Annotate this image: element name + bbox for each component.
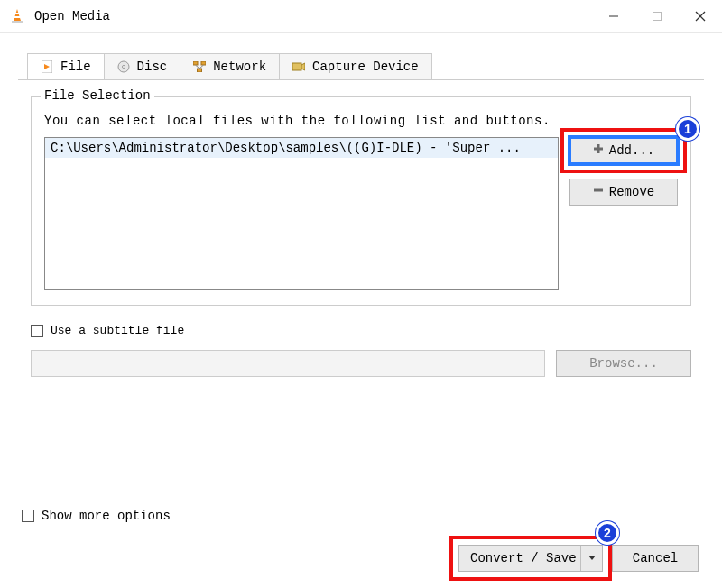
convert-save-label: Convert / Save	[470, 551, 577, 565]
file-icon	[41, 60, 53, 73]
file-selection-title: File Selection	[41, 88, 154, 103]
show-more-label: Show more options	[42, 509, 171, 523]
tab-file-label: File	[60, 60, 91, 74]
tab-capture[interactable]: Capture Device	[279, 53, 432, 80]
add-button[interactable]: Add...	[569, 137, 678, 164]
svg-point-11	[122, 66, 125, 69]
svg-rect-1	[12, 21, 23, 23]
subtitle-row: Use a subtitle file	[31, 324, 691, 337]
subtitle-label: Use a subtitle file	[51, 324, 184, 337]
tab-network-label: Network	[213, 60, 266, 74]
convert-save-button[interactable]: Convert / Save	[458, 545, 603, 572]
browse-button-label: Browse...	[589, 356, 658, 371]
network-icon	[193, 60, 206, 73]
svg-marker-22	[588, 556, 596, 560]
tabbar: File Disc Network Capture Device	[0, 33, 722, 80]
svg-rect-13	[201, 61, 206, 65]
show-more-checkbox[interactable]	[22, 510, 34, 522]
svg-rect-14	[198, 69, 202, 72]
svg-rect-17	[292, 63, 301, 70]
chevron-down-icon[interactable]	[580, 546, 602, 571]
annotation-badge-1: 1	[676, 117, 699, 141]
dialog-footer: Show more options Convert / Save 2 Cance…	[0, 507, 722, 588]
minus-icon	[593, 185, 604, 199]
add-button-label: Add...	[609, 143, 654, 158]
capture-icon	[292, 60, 305, 73]
cancel-button[interactable]: Cancel	[612, 545, 699, 572]
file-selection-help: You can select local files with the foll…	[44, 114, 678, 128]
svg-line-16	[199, 65, 204, 69]
file-actions: Add... Remove 1	[569, 137, 678, 290]
subtitle-path-input	[31, 350, 545, 377]
svg-rect-12	[193, 61, 198, 65]
svg-rect-5	[653, 13, 662, 21]
tab-network[interactable]: Network	[180, 53, 280, 80]
remove-button-label: Remove	[609, 185, 654, 199]
tab-panel-file: File Selection You can select local file…	[18, 79, 704, 404]
annotation-badge-2: 2	[596, 521, 619, 545]
file-selection-group: File Selection You can select local file…	[31, 96, 691, 306]
remove-button[interactable]: Remove	[569, 179, 678, 206]
plus-icon	[593, 143, 604, 158]
svg-rect-3	[14, 16, 20, 18]
maximize-button[interactable]	[635, 0, 679, 32]
show-more-row: Show more options	[22, 509, 171, 523]
subtitle-checkbox[interactable]	[31, 325, 43, 337]
svg-line-15	[196, 65, 200, 69]
minimize-button[interactable]	[592, 0, 635, 32]
dialog-content: File Disc Network Capture Device File Se…	[0, 32, 722, 588]
svg-marker-0	[14, 9, 21, 21]
close-button[interactable]	[679, 0, 722, 32]
tab-disc-label: Disc	[137, 60, 168, 74]
tab-disc[interactable]: Disc	[104, 53, 181, 80]
titlebar: Open Media	[0, 0, 722, 32]
tab-capture-label: Capture Device	[312, 60, 419, 74]
file-list-item[interactable]: C:\Users\Administrator\Desktop\samples\(…	[45, 138, 558, 158]
window-title: Open Media	[34, 9, 110, 23]
tab-file[interactable]: File	[27, 53, 105, 80]
svg-marker-18	[301, 63, 305, 70]
browse-button: Browse...	[556, 350, 691, 377]
disc-icon	[117, 60, 130, 73]
vlc-cone-icon	[9, 8, 25, 24]
cancel-button-label: Cancel	[633, 551, 678, 565]
svg-rect-2	[15, 13, 19, 14]
file-list[interactable]: C:\Users\Administrator\Desktop\samples\(…	[44, 137, 559, 290]
window-controls	[592, 0, 722, 32]
